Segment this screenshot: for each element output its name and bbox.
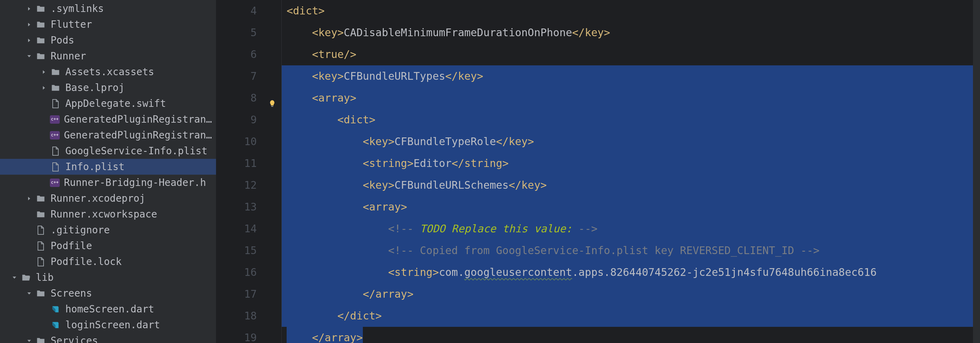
line-number[interactable]: 6 [216, 43, 282, 65]
folder-icon [35, 3, 46, 14]
tree-item-label: Runner.xcworkspace [51, 208, 216, 220]
code-line[interactable]: </array> [282, 327, 980, 343]
line-number[interactable]: 4 [216, 0, 282, 22]
line-number[interactable]: 14 [216, 218, 282, 240]
tree-item-label: Runner-Bridging-Header.h [64, 177, 216, 188]
tree-item[interactable]: Flutter [0, 16, 216, 32]
cpp-icon [50, 115, 60, 124]
lightbulb-icon[interactable] [268, 94, 277, 102]
chevron-down-icon[interactable] [25, 337, 33, 343]
line-number[interactable]: 15 [216, 240, 282, 262]
tree-item-label: Info.plist [65, 161, 216, 172]
line-number[interactable]: 16 [216, 262, 282, 283]
tree-item-label: Pods [51, 34, 216, 46]
chevron-none [25, 242, 33, 250]
line-number[interactable]: 7 [216, 65, 282, 87]
chevron-right-icon[interactable] [40, 84, 48, 92]
folder-icon [35, 51, 46, 62]
chevron-none [40, 305, 48, 313]
code-line[interactable]: </dict> [282, 305, 980, 327]
chevron-none [40, 100, 48, 107]
gutter: 456789101112131415161718192021 [216, 0, 282, 343]
code-line[interactable]: <string>com.googleusercontent.apps.82644… [282, 262, 980, 283]
line-number[interactable]: 17 [216, 283, 282, 305]
tree-item-label: Podfile [51, 240, 216, 252]
chevron-right-icon[interactable] [25, 37, 33, 44]
code-line[interactable]: <array> [282, 87, 980, 109]
line-number[interactable]: 11 [216, 153, 282, 174]
chevron-down-icon[interactable] [25, 290, 33, 297]
tree-item-label: GeneratedPluginRegistrant.h [64, 113, 216, 125]
code-line[interactable]: <key>CADisableMinimumFrameDurationOnPhon… [282, 22, 980, 43]
code-area[interactable]: <dict> <key>CADisableMinimumFrameDuratio… [282, 0, 980, 343]
chevron-right-icon[interactable] [25, 5, 33, 13]
chevron-none [40, 321, 48, 329]
tree-item[interactable]: Screens [0, 286, 216, 301]
scrollbar[interactable] [973, 0, 980, 343]
line-number[interactable]: 19 [216, 327, 282, 343]
tree-item[interactable]: Podfile.lock [0, 254, 216, 270]
tree-item[interactable]: lib [0, 270, 216, 286]
tree-item[interactable]: Runner-Bridging-Header.h [0, 175, 216, 190]
line-number[interactable]: 10 [216, 131, 282, 153]
cpp-icon [50, 131, 60, 139]
tree-item[interactable]: Pods [0, 32, 216, 48]
tree-item-label: .symlinks [51, 3, 216, 14]
tree-item[interactable]: GeneratedPluginRegistrant.h [0, 112, 216, 127]
line-number[interactable]: 12 [216, 174, 282, 196]
tree-item-label: Flutter [51, 19, 216, 30]
tree-item[interactable]: homeScreen.dart [0, 301, 216, 317]
code-line[interactable]: <key>CFBundleTypeRole</key> [282, 131, 980, 153]
tree-item[interactable]: Podfile [0, 238, 216, 254]
code-line[interactable]: <key>CFBundleURLTypes</key> [282, 65, 980, 87]
code-line[interactable]: <dict> [282, 109, 980, 131]
tree-item[interactable]: Runner [0, 48, 216, 64]
tree-item[interactable]: Info.plist [0, 159, 216, 175]
code-line[interactable]: <!-- Copied from GoogleService-Info.plis… [282, 240, 980, 262]
code-line[interactable]: <!-- TODO Replace this value: --> [282, 218, 980, 240]
line-number[interactable]: 18 [216, 305, 282, 327]
line-number[interactable]: 9 [216, 109, 282, 131]
chevron-none [25, 227, 33, 234]
code-line[interactable]: <key>CFBundleURLSchemes</key> [282, 174, 980, 196]
tree-item[interactable]: .symlinks [0, 1, 216, 16]
tree-item[interactable]: GeneratedPluginRegistrant.m [0, 127, 216, 143]
tree-item[interactable]: Services [0, 333, 216, 343]
tree-item-label: Runner.xcodeproj [51, 193, 216, 204]
code-line[interactable]: <string>Editor</string> [282, 153, 980, 174]
line-number[interactable]: 5 [216, 22, 282, 43]
tree-item-label: Assets.xcassets [65, 66, 216, 78]
line-number[interactable]: 8 [216, 87, 282, 109]
chevron-down-icon[interactable] [11, 274, 18, 281]
code-line[interactable]: <dict> [282, 0, 980, 22]
tree-item[interactable]: Runner.xcodeproj [0, 190, 216, 206]
tree-item[interactable]: loginScreen.dart [0, 317, 216, 333]
chevron-down-icon[interactable] [25, 53, 33, 60]
folder-icon [50, 66, 61, 78]
chevron-none [40, 163, 48, 171]
code-line[interactable]: </array> [282, 283, 980, 305]
chevron-none [25, 211, 33, 218]
chevron-right-icon[interactable] [25, 195, 33, 203]
file-icon [50, 145, 61, 157]
code-line[interactable]: <true/> [282, 43, 980, 65]
tree-item-label: .gitignore [51, 224, 216, 236]
tree-item[interactable]: Runner.xcworkspace [0, 206, 216, 222]
editor: 456789101112131415161718192021 <dict> <k… [216, 0, 980, 343]
folder-icon [35, 209, 46, 220]
code-line[interactable]: <array> [282, 196, 980, 218]
folder-icon [35, 193, 46, 204]
tree-item[interactable]: Assets.xcassets [0, 64, 216, 80]
project-tree[interactable]: .symlinksFlutterPodsRunnerAssets.xcasset… [0, 0, 216, 343]
tree-item[interactable]: Base.lproj [0, 80, 216, 96]
chevron-right-icon[interactable] [40, 68, 48, 76]
chevron-right-icon[interactable] [25, 21, 33, 29]
tree-item[interactable]: GoogleService-Info.plist [0, 143, 216, 159]
file-icon [35, 256, 46, 268]
line-number[interactable]: 13 [216, 196, 282, 218]
tree-item[interactable]: .gitignore [0, 222, 216, 238]
file-icon [50, 161, 61, 172]
chevron-none [40, 147, 48, 155]
tree-item[interactable]: AppDelegate.swift [0, 96, 216, 112]
tree-item-label: GeneratedPluginRegistrant.m [64, 129, 216, 141]
